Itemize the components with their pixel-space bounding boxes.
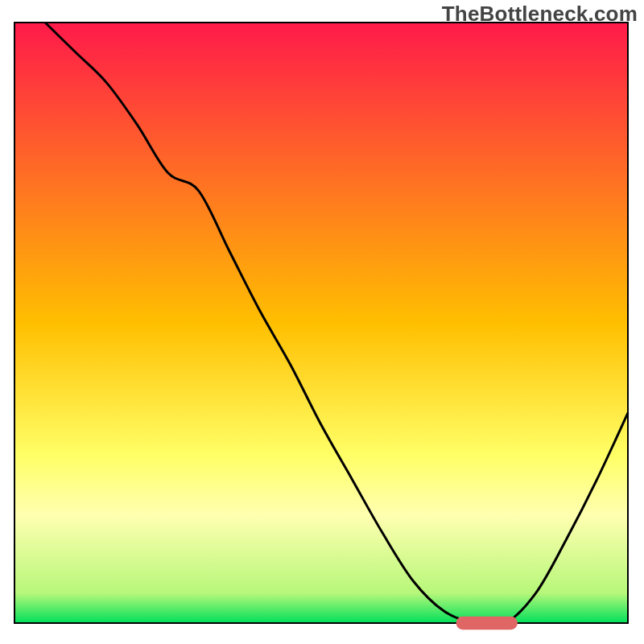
optimal-range-marker <box>456 617 518 630</box>
bottleneck-chart <box>0 0 644 644</box>
plot-background <box>14 23 628 623</box>
chart-container: TheBottleneck.com <box>0 0 644 644</box>
watermark-text: TheBottleneck.com <box>442 2 638 27</box>
